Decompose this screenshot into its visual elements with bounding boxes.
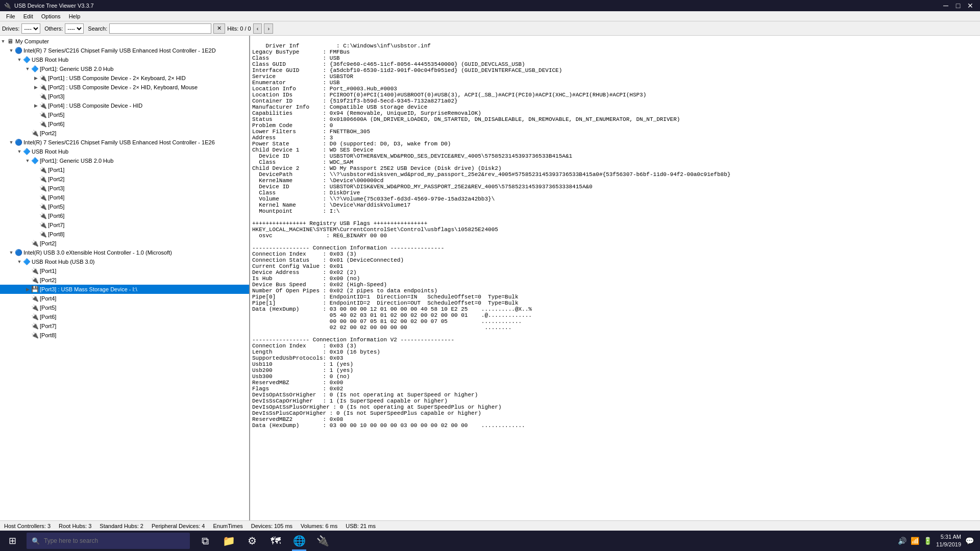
- restore-button[interactable]: □: [952, 1, 964, 10]
- tree-toggle-icon: [33, 185, 39, 191]
- drives-select[interactable]: ----: [21, 23, 40, 34]
- search-input[interactable]: [109, 23, 211, 34]
- tree-node-hub2_p6[interactable]: 🔌[Port6]: [0, 211, 249, 220]
- tree-node-label: [Port5]: [40, 305, 56, 311]
- tree-toggle-icon: [24, 323, 31, 329]
- clock[interactable]: 5:31 AM 11/9/2019: [936, 533, 961, 549]
- status-enum-times: EnumTimes: [213, 523, 242, 529]
- tree-node-port1_6[interactable]: 🔌[Port6]: [0, 119, 249, 129]
- menu-edit[interactable]: Edit: [19, 12, 37, 20]
- taskbar-app-taskview[interactable]: ⧉: [194, 531, 216, 551]
- taskbar-app-maps[interactable]: 🗺: [264, 531, 287, 551]
- tree-node-icon: 🔷: [31, 65, 39, 73]
- tree-node-port1_3[interactable]: 🔌[Port3]: [0, 92, 249, 101]
- taskbar-app-usb[interactable]: 🔌: [311, 531, 334, 551]
- taskbar-app-fileexplorer[interactable]: 📁: [217, 531, 240, 551]
- tree-node-label: [Port1] : USB Composite Device - 2× Keyb…: [48, 75, 186, 81]
- taskbar-app-chrome[interactable]: 🌐: [288, 531, 310, 551]
- tree-node-icon: 🔌: [39, 230, 47, 238]
- tree-node-icon: 🔌: [39, 92, 47, 101]
- tree-node-hub3_p2[interactable]: 🔌[Port2]: [0, 276, 249, 285]
- sound-icon[interactable]: 🔊: [898, 537, 906, 545]
- tree-toggle-icon: ▼: [8, 47, 14, 54]
- tree-node-hub2_p4[interactable]: 🔌[Port4]: [0, 193, 249, 202]
- tree-node-hub1_port2[interactable]: 🔌[Port2]: [0, 129, 249, 138]
- tree-toggle-icon: [33, 176, 39, 182]
- tree-node-hub3_p1[interactable]: 🔌[Port1]: [0, 266, 249, 276]
- tree-toggle-icon: ▼: [8, 139, 14, 145]
- menu-bar: File Edit Options Help: [0, 11, 980, 21]
- tree-node-hub2_p7[interactable]: 🔌[Port7]: [0, 220, 249, 230]
- title-bar-left: 🔌 USB Device Tree Viewer V3.3.7: [4, 3, 94, 9]
- tree-node-hub2_p5[interactable]: 🔌[Port5]: [0, 202, 249, 211]
- tree-node-hub2_port2[interactable]: 🔌[Port2]: [0, 239, 249, 248]
- tree-toggle-icon: [33, 121, 39, 127]
- battery-icon[interactable]: 🔋: [923, 537, 932, 545]
- menu-options[interactable]: Options: [37, 12, 65, 20]
- tree-node-hub3_p4[interactable]: 🔌[Port4]: [0, 294, 249, 303]
- tree-node-icon: 🔌: [39, 111, 47, 119]
- tree-node-label: [Port3] : USB Mass Storage Device - I:\: [40, 286, 137, 292]
- tree-toggle-icon: [24, 314, 31, 320]
- tree-toggle-icon: [24, 277, 31, 283]
- detail-content: Driver Inf : C:\Windows\inf\usbstor.inf …: [252, 43, 730, 429]
- tree-node-label: [Port2] : USB Composite Device - 2× HID,…: [48, 84, 198, 90]
- tree-node-port1_4[interactable]: ▶🔌[Port4] : USB Composite Device - HID: [0, 101, 249, 110]
- tree-toggle-icon: ▶: [24, 286, 31, 292]
- tree-node-hub1_generic[interactable]: ▼🔷[Port1]: Generic USB 2.0 Hub: [0, 64, 249, 73]
- tree-node-port1_1[interactable]: ▶🔌[Port1] : USB Composite Device - 2× Ke…: [0, 73, 249, 83]
- usb-icon: 🔌: [316, 535, 329, 547]
- network-icon[interactable]: 📶: [911, 537, 919, 545]
- tree-node-hub2_p3[interactable]: 🔌[Port3]: [0, 184, 249, 193]
- tree-toggle-icon: [33, 204, 39, 210]
- tree-node-mycomputer[interactable]: ▼🖥My Computer: [0, 37, 249, 46]
- tree-node-hub3[interactable]: ▼🔷USB Root Hub (USB 3.0): [0, 257, 249, 266]
- tree-toggle-icon: [33, 167, 39, 173]
- prev-hit-button[interactable]: ‹: [253, 23, 262, 34]
- others-select[interactable]: ----: [65, 23, 84, 34]
- tree-node-hub2_p1[interactable]: 🔌[Port1]: [0, 165, 249, 174]
- taskbar-app-settings[interactable]: ⚙: [241, 531, 263, 551]
- tree-node-port1_2[interactable]: ▶🔌[Port2] : USB Composite Device - 2× HI…: [0, 83, 249, 92]
- taskbar-search-input[interactable]: [44, 537, 185, 544]
- tree-node-hub2[interactable]: ▼🔷USB Root Hub: [0, 147, 249, 156]
- tree-node-label: Intel(R) 7 Series/C216 Chipset Family US…: [23, 47, 216, 54]
- taskbar: ⊞ 🔍 ⧉ 📁 ⚙ 🗺 🌐 🔌 🔊 📶 🔋 5:31 AM 11/9/2019: [0, 531, 980, 551]
- tree-node-ctrl2[interactable]: ▼🔵Intel(R) 7 Series/C216 Chipset Family …: [0, 138, 249, 147]
- tree-node-hub3_p6[interactable]: 🔌[Port6]: [0, 312, 249, 321]
- chrome-icon: 🌐: [293, 535, 306, 547]
- tree-node-label: [Port3]: [48, 93, 64, 99]
- menu-help[interactable]: Help: [65, 12, 85, 20]
- tree-node-icon: 🔌: [39, 221, 47, 229]
- tree-node-icon: 🔌: [39, 166, 47, 174]
- tree-node-port1_5[interactable]: 🔌[Port5]: [0, 110, 249, 119]
- notification-icon[interactable]: 💬: [965, 537, 974, 545]
- tree-node-icon: 🔌: [31, 276, 39, 284]
- tree-node-ctrl1[interactable]: ▼🔵Intel(R) 7 Series/C216 Chipset Family …: [0, 46, 249, 55]
- maps-icon: 🗺: [271, 535, 281, 547]
- tree-node-hub3_p7[interactable]: 🔌[Port7]: [0, 321, 249, 331]
- close-button[interactable]: ✕: [965, 1, 976, 10]
- tree-node-ctrl3[interactable]: ▼🔵Intel(R) USB 3.0 eXtensible Host Contr…: [0, 248, 249, 257]
- others-label: Others:: [44, 26, 63, 32]
- status-devices: Devices: 105 ms: [251, 523, 292, 529]
- tree-node-hub2_p2[interactable]: 🔌[Port2]: [0, 174, 249, 184]
- tree-node-icon: 🔌: [39, 120, 47, 128]
- clear-search-button[interactable]: ✕: [213, 23, 225, 34]
- tree-node-label: [Port6]: [40, 314, 56, 320]
- tree-node-hub3_p3[interactable]: ▶💾[Port3] : USB Mass Storage Device - I:…: [0, 285, 249, 294]
- minimize-button[interactable]: ─: [940, 1, 951, 10]
- tree-node-hub2_p8[interactable]: 🔌[Port8]: [0, 230, 249, 239]
- others-group: Others: ----: [44, 23, 84, 34]
- tree-node-hub3_p5[interactable]: 🔌[Port5]: [0, 303, 249, 312]
- tree-node-hub2_generic[interactable]: ▼🔷[Port1]: Generic USB 2.0 Hub: [0, 156, 249, 165]
- status-standard-hubs: Standard Hubs: 2: [100, 523, 143, 529]
- start-button[interactable]: ⊞: [0, 531, 24, 551]
- taskbar-search-box[interactable]: 🔍: [27, 533, 190, 549]
- next-hit-button[interactable]: ›: [264, 23, 273, 34]
- tree-node-hub1[interactable]: ▼🔷USB Root Hub: [0, 55, 249, 64]
- tree-node-icon: 🔌: [31, 304, 39, 312]
- tree-node-hub3_p8[interactable]: 🔌[Port8]: [0, 331, 249, 340]
- status-peripheral-devices: Peripheral Devices: 4: [152, 523, 205, 529]
- menu-file[interactable]: File: [2, 12, 19, 20]
